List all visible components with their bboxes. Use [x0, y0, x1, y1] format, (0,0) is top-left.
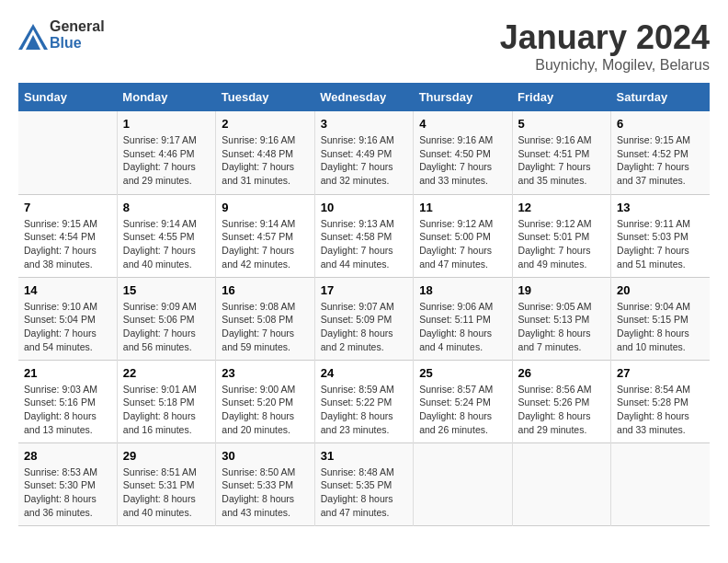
day-info: Sunrise: 9:16 AMSunset: 4:48 PMDaylight:…	[222, 133, 308, 188]
day-info: Sunrise: 9:09 AMSunset: 5:06 PMDaylight:…	[123, 300, 210, 354]
weekday-header-sunday: Sunday	[18, 83, 117, 111]
day-info: Sunrise: 9:08 AMSunset: 5:08 PMDaylight:…	[222, 300, 308, 354]
day-info: Sunrise: 8:48 AMSunset: 5:35 PMDaylight:…	[321, 465, 407, 520]
calendar-cell: 15Sunrise: 9:09 AMSunset: 5:06 PMDayligh…	[117, 277, 215, 360]
day-info: Sunrise: 8:50 AMSunset: 5:33 PMDaylight:…	[222, 465, 308, 520]
calendar-cell: 6Sunrise: 9:15 AMSunset: 4:52 PMDaylight…	[611, 111, 710, 194]
day-info: Sunrise: 8:53 AMSunset: 5:30 PMDaylight:…	[24, 465, 111, 520]
calendar-cell: 19Sunrise: 9:05 AMSunset: 5:13 PMDayligh…	[512, 277, 610, 360]
logo-icon	[18, 24, 46, 46]
day-number: 20	[617, 283, 704, 297]
day-number: 8	[123, 201, 210, 214]
calendar-cell: 22Sunrise: 9:01 AMSunset: 5:18 PMDayligh…	[117, 360, 215, 442]
calendar-cell: 7Sunrise: 9:15 AMSunset: 4:54 PMDaylight…	[18, 194, 117, 277]
day-number: 7	[24, 201, 111, 214]
title-section: January 2024 Buynichy, Mogilev, Belarus	[500, 18, 710, 74]
day-info: Sunrise: 9:16 AMSunset: 4:49 PMDaylight:…	[321, 133, 407, 188]
calendar-cell: 17Sunrise: 9:07 AMSunset: 5:09 PMDayligh…	[314, 277, 413, 360]
calendar-cell: 10Sunrise: 9:13 AMSunset: 4:58 PMDayligh…	[314, 194, 413, 277]
calendar-cell	[18, 111, 117, 194]
calendar-subtitle: Buynichy, Mogilev, Belarus	[500, 57, 710, 74]
logo-general: General	[50, 18, 105, 35]
day-info: Sunrise: 8:54 AMSunset: 5:28 PMDaylight:…	[617, 383, 704, 437]
day-number: 24	[321, 366, 407, 380]
calendar-cell: 5Sunrise: 9:16 AMSunset: 4:51 PMDaylight…	[512, 111, 610, 194]
day-number: 4	[419, 117, 506, 131]
week-row-2: 7Sunrise: 9:15 AMSunset: 4:54 PMDaylight…	[18, 194, 710, 277]
day-info: Sunrise: 9:11 AMSunset: 5:03 PMDaylight:…	[617, 217, 704, 271]
header: General Blue January 2024 Buynichy, Mogi…	[18, 18, 710, 74]
logo: General Blue	[18, 18, 105, 51]
day-info: Sunrise: 9:12 AMSunset: 5:00 PMDaylight:…	[419, 217, 506, 271]
calendar-cell: 16Sunrise: 9:08 AMSunset: 5:08 PMDayligh…	[216, 277, 314, 360]
week-row-3: 14Sunrise: 9:10 AMSunset: 5:04 PMDayligh…	[18, 277, 710, 360]
day-number: 22	[123, 366, 210, 380]
weekday-header-friday: Friday	[512, 83, 610, 111]
calendar-cell: 12Sunrise: 9:12 AMSunset: 5:01 PMDayligh…	[512, 194, 610, 277]
calendar-cell: 31Sunrise: 8:48 AMSunset: 5:35 PMDayligh…	[314, 442, 413, 525]
calendar-cell: 23Sunrise: 9:00 AMSunset: 5:20 PMDayligh…	[216, 360, 314, 442]
calendar-cell	[611, 442, 710, 525]
weekday-header-wednesday: Wednesday	[314, 83, 413, 111]
day-number: 29	[123, 449, 210, 463]
calendar-cell: 1Sunrise: 9:17 AMSunset: 4:46 PMDaylight…	[117, 111, 215, 194]
day-info: Sunrise: 9:16 AMSunset: 4:50 PMDaylight:…	[419, 133, 506, 188]
calendar-cell: 18Sunrise: 9:06 AMSunset: 5:11 PMDayligh…	[414, 277, 512, 360]
calendar-cell: 30Sunrise: 8:50 AMSunset: 5:33 PMDayligh…	[216, 442, 314, 525]
weekday-header-monday: Monday	[117, 83, 215, 111]
day-info: Sunrise: 9:05 AMSunset: 5:13 PMDaylight:…	[518, 300, 605, 354]
weekday-header-tuesday: Tuesday	[216, 83, 314, 111]
day-info: Sunrise: 8:59 AMSunset: 5:22 PMDaylight:…	[321, 383, 407, 437]
weekday-header-saturday: Saturday	[611, 83, 710, 111]
calendar-cell: 26Sunrise: 8:56 AMSunset: 5:26 PMDayligh…	[512, 360, 610, 442]
day-number: 6	[617, 117, 704, 131]
calendar-cell: 14Sunrise: 9:10 AMSunset: 5:04 PMDayligh…	[18, 277, 117, 360]
day-info: Sunrise: 8:57 AMSunset: 5:24 PMDaylight:…	[419, 383, 506, 437]
weekday-header-thursday: Thursday	[414, 83, 512, 111]
day-number: 10	[321, 201, 407, 214]
calendar-title: January 2024	[500, 18, 710, 57]
day-info: Sunrise: 9:15 AMSunset: 4:52 PMDaylight:…	[617, 133, 704, 188]
day-number: 13	[617, 201, 704, 214]
day-info: Sunrise: 8:56 AMSunset: 5:26 PMDaylight:…	[518, 383, 605, 437]
day-number: 15	[123, 283, 210, 297]
day-info: Sunrise: 9:07 AMSunset: 5:09 PMDaylight:…	[321, 300, 407, 354]
day-number: 14	[24, 283, 111, 297]
calendar-cell: 4Sunrise: 9:16 AMSunset: 4:50 PMDaylight…	[414, 111, 512, 194]
day-number: 12	[518, 201, 605, 214]
day-number: 23	[222, 366, 308, 380]
day-number: 17	[321, 283, 407, 297]
calendar-cell: 24Sunrise: 8:59 AMSunset: 5:22 PMDayligh…	[314, 360, 413, 442]
day-info: Sunrise: 9:06 AMSunset: 5:11 PMDaylight:…	[419, 300, 506, 354]
day-number: 11	[419, 201, 506, 214]
day-number: 25	[419, 366, 506, 380]
calendar-cell: 11Sunrise: 9:12 AMSunset: 5:00 PMDayligh…	[414, 194, 512, 277]
week-row-4: 21Sunrise: 9:03 AMSunset: 5:16 PMDayligh…	[18, 360, 710, 442]
day-number: 28	[24, 449, 111, 463]
day-info: Sunrise: 9:10 AMSunset: 5:04 PMDaylight:…	[24, 300, 111, 354]
day-number: 31	[321, 449, 407, 463]
week-row-5: 28Sunrise: 8:53 AMSunset: 5:30 PMDayligh…	[18, 442, 710, 525]
calendar-cell: 13Sunrise: 9:11 AMSunset: 5:03 PMDayligh…	[611, 194, 710, 277]
calendar-cell: 20Sunrise: 9:04 AMSunset: 5:15 PMDayligh…	[611, 277, 710, 360]
week-row-1: 1Sunrise: 9:17 AMSunset: 4:46 PMDaylight…	[18, 111, 710, 194]
day-info: Sunrise: 9:12 AMSunset: 5:01 PMDaylight:…	[518, 217, 605, 271]
weekday-header-row: SundayMondayTuesdayWednesdayThursdayFrid…	[18, 83, 710, 111]
day-info: Sunrise: 9:00 AMSunset: 5:20 PMDaylight:…	[222, 383, 308, 437]
calendar-cell: 28Sunrise: 8:53 AMSunset: 5:30 PMDayligh…	[18, 442, 117, 525]
logo-blue: Blue	[50, 35, 105, 52]
day-info: Sunrise: 9:04 AMSunset: 5:15 PMDaylight:…	[617, 300, 704, 354]
calendar-cell	[512, 442, 610, 525]
day-number: 26	[518, 366, 605, 380]
day-number: 9	[222, 201, 308, 214]
day-info: Sunrise: 9:15 AMSunset: 4:54 PMDaylight:…	[24, 217, 111, 271]
calendar-cell: 2Sunrise: 9:16 AMSunset: 4:48 PMDaylight…	[216, 111, 314, 194]
day-number: 3	[321, 117, 407, 131]
day-info: Sunrise: 9:01 AMSunset: 5:18 PMDaylight:…	[123, 383, 210, 437]
day-info: Sunrise: 8:51 AMSunset: 5:31 PMDaylight:…	[123, 465, 210, 520]
day-number: 18	[419, 283, 506, 297]
day-info: Sunrise: 9:13 AMSunset: 4:58 PMDaylight:…	[321, 217, 407, 271]
calendar-cell: 8Sunrise: 9:14 AMSunset: 4:55 PMDaylight…	[117, 194, 215, 277]
day-info: Sunrise: 9:14 AMSunset: 4:57 PMDaylight:…	[222, 217, 308, 271]
day-info: Sunrise: 9:17 AMSunset: 4:46 PMDaylight:…	[123, 133, 210, 188]
